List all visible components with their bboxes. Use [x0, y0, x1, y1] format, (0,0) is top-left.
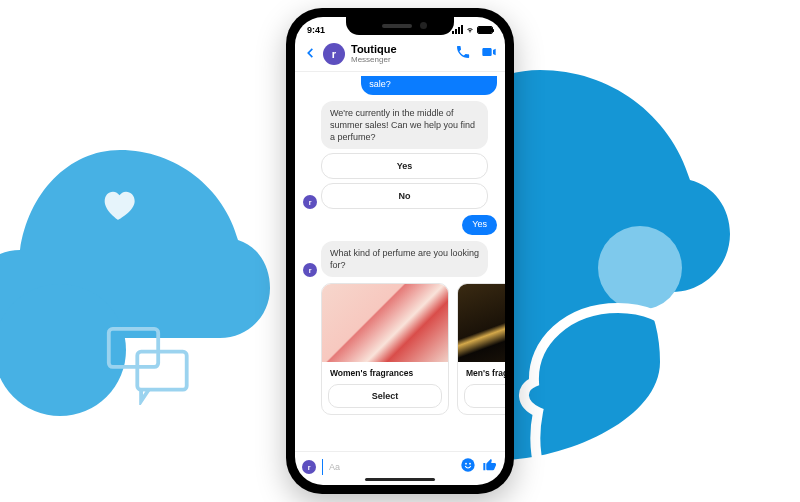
user-message: Yes	[462, 215, 497, 235]
chat-bubbles-icon	[105, 325, 200, 405]
card-select-button[interactable]: Select	[328, 384, 442, 408]
svg-rect-3	[137, 352, 186, 390]
quick-reply-no[interactable]: No	[321, 183, 488, 209]
head-silhouette-icon	[510, 292, 720, 502]
cellular-icon	[452, 25, 463, 34]
phone-frame: 9:41 r Toutique Messenger	[286, 8, 514, 494]
svg-point-5	[465, 463, 467, 465]
carousel-card: Men's fragrances Select	[457, 283, 505, 415]
card-select-button[interactable]: Select	[464, 384, 505, 408]
battery-icon	[477, 26, 493, 34]
emoji-button[interactable]	[460, 457, 476, 477]
quick-reply-yes[interactable]: Yes	[321, 153, 488, 179]
phone-screen: 9:41 r Toutique Messenger	[295, 17, 505, 485]
user-message: sale?	[361, 76, 497, 95]
svg-point-6	[469, 463, 471, 465]
card-title: Women's fragrances	[322, 362, 448, 380]
heart-icon	[98, 185, 138, 225]
status-time: 9:41	[307, 25, 325, 35]
message-input[interactable]: Aa	[329, 462, 454, 472]
chat-header: r Toutique Messenger	[295, 39, 505, 72]
bot-message: What kind of perfume are you looking for…	[321, 241, 488, 277]
chat-subtitle: Messenger	[351, 56, 449, 64]
home-indicator[interactable]	[365, 478, 435, 481]
card-image-mens	[458, 284, 505, 362]
svg-rect-2	[109, 329, 158, 367]
voice-call-button[interactable]	[455, 44, 471, 64]
like-button[interactable]	[482, 457, 498, 477]
chat-title: Toutique	[351, 44, 449, 56]
phone-notch	[346, 17, 454, 35]
wifi-icon	[465, 26, 475, 34]
header-title-block[interactable]: Toutique Messenger	[351, 44, 449, 64]
chat-body[interactable]: sale? r We're currently in the middle of…	[295, 72, 505, 451]
composer-cursor	[322, 459, 323, 475]
svg-point-4	[461, 458, 474, 471]
bot-avatar: r	[303, 263, 317, 277]
header-avatar[interactable]: r	[323, 43, 345, 65]
composer-avatar: r	[302, 460, 316, 474]
bot-message: We're currently in the middle of summer …	[321, 101, 488, 149]
card-title: Men's fragrances	[458, 362, 505, 380]
back-button[interactable]	[303, 44, 317, 65]
status-indicators	[452, 25, 493, 34]
product-carousel[interactable]: Women's fragrances Select Men's fragranc…	[321, 283, 497, 415]
carousel-card: Women's fragrances Select	[321, 283, 449, 415]
video-call-button[interactable]	[481, 44, 497, 64]
card-image-womens	[322, 284, 448, 362]
bot-avatar: r	[303, 195, 317, 209]
